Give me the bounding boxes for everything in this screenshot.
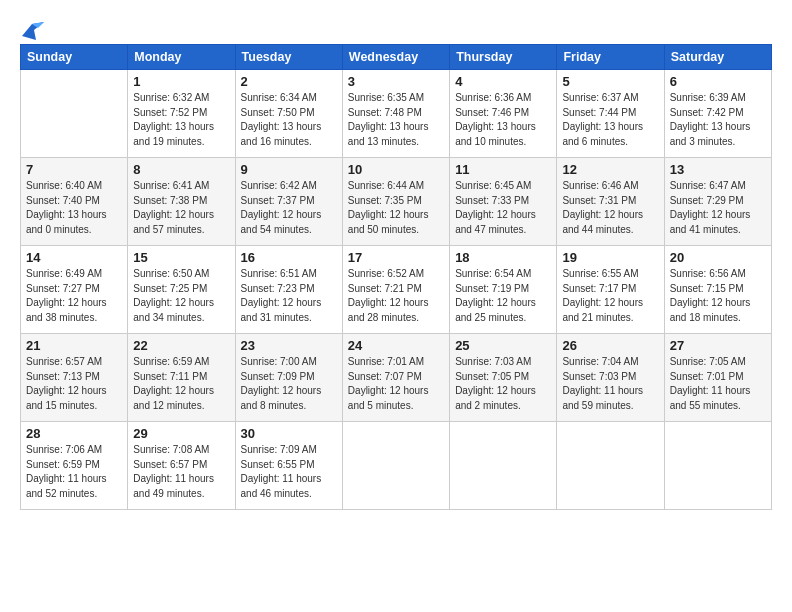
calendar-cell: 4Sunrise: 6:36 AMSunset: 7:46 PMDaylight… [450, 70, 557, 158]
day-number: 24 [348, 338, 444, 353]
day-number: 1 [133, 74, 229, 89]
weekday-header-wednesday: Wednesday [342, 45, 449, 70]
weekday-header-row: SundayMondayTuesdayWednesdayThursdayFrid… [21, 45, 772, 70]
day-number: 10 [348, 162, 444, 177]
calendar-cell [664, 422, 771, 510]
day-info: Sunrise: 6:52 AMSunset: 7:21 PMDaylight:… [348, 267, 444, 325]
calendar-cell: 21Sunrise: 6:57 AMSunset: 7:13 PMDayligh… [21, 334, 128, 422]
day-number: 28 [26, 426, 122, 441]
calendar-cell: 5Sunrise: 6:37 AMSunset: 7:44 PMDaylight… [557, 70, 664, 158]
day-number: 18 [455, 250, 551, 265]
calendar-cell: 13Sunrise: 6:47 AMSunset: 7:29 PMDayligh… [664, 158, 771, 246]
day-number: 21 [26, 338, 122, 353]
day-info: Sunrise: 6:44 AMSunset: 7:35 PMDaylight:… [348, 179, 444, 237]
day-info: Sunrise: 7:03 AMSunset: 7:05 PMDaylight:… [455, 355, 551, 413]
day-info: Sunrise: 6:59 AMSunset: 7:11 PMDaylight:… [133, 355, 229, 413]
day-number: 4 [455, 74, 551, 89]
calendar-cell: 3Sunrise: 6:35 AMSunset: 7:48 PMDaylight… [342, 70, 449, 158]
weekday-header-thursday: Thursday [450, 45, 557, 70]
header [20, 16, 772, 36]
calendar-cell: 19Sunrise: 6:55 AMSunset: 7:17 PMDayligh… [557, 246, 664, 334]
calendar-cell: 24Sunrise: 7:01 AMSunset: 7:07 PMDayligh… [342, 334, 449, 422]
day-number: 5 [562, 74, 658, 89]
week-row-3: 14Sunrise: 6:49 AMSunset: 7:27 PMDayligh… [21, 246, 772, 334]
day-info: Sunrise: 6:37 AMSunset: 7:44 PMDaylight:… [562, 91, 658, 149]
calendar-cell: 17Sunrise: 6:52 AMSunset: 7:21 PMDayligh… [342, 246, 449, 334]
day-info: Sunrise: 6:55 AMSunset: 7:17 PMDaylight:… [562, 267, 658, 325]
day-info: Sunrise: 6:36 AMSunset: 7:46 PMDaylight:… [455, 91, 551, 149]
day-info: Sunrise: 6:50 AMSunset: 7:25 PMDaylight:… [133, 267, 229, 325]
calendar-cell: 11Sunrise: 6:45 AMSunset: 7:33 PMDayligh… [450, 158, 557, 246]
day-info: Sunrise: 7:09 AMSunset: 6:55 PMDaylight:… [241, 443, 337, 501]
week-row-5: 28Sunrise: 7:06 AMSunset: 6:59 PMDayligh… [21, 422, 772, 510]
calendar-cell [21, 70, 128, 158]
calendar-cell: 30Sunrise: 7:09 AMSunset: 6:55 PMDayligh… [235, 422, 342, 510]
day-number: 12 [562, 162, 658, 177]
day-info: Sunrise: 6:57 AMSunset: 7:13 PMDaylight:… [26, 355, 122, 413]
day-number: 6 [670, 74, 766, 89]
day-number: 13 [670, 162, 766, 177]
calendar-cell: 15Sunrise: 6:50 AMSunset: 7:25 PMDayligh… [128, 246, 235, 334]
calendar-cell: 1Sunrise: 6:32 AMSunset: 7:52 PMDaylight… [128, 70, 235, 158]
calendar-cell: 25Sunrise: 7:03 AMSunset: 7:05 PMDayligh… [450, 334, 557, 422]
day-info: Sunrise: 7:08 AMSunset: 6:57 PMDaylight:… [133, 443, 229, 501]
day-number: 30 [241, 426, 337, 441]
calendar-cell: 29Sunrise: 7:08 AMSunset: 6:57 PMDayligh… [128, 422, 235, 510]
weekday-header-sunday: Sunday [21, 45, 128, 70]
day-number: 3 [348, 74, 444, 89]
day-info: Sunrise: 6:54 AMSunset: 7:19 PMDaylight:… [455, 267, 551, 325]
day-info: Sunrise: 7:05 AMSunset: 7:01 PMDaylight:… [670, 355, 766, 413]
day-number: 14 [26, 250, 122, 265]
day-number: 23 [241, 338, 337, 353]
calendar-cell: 27Sunrise: 7:05 AMSunset: 7:01 PMDayligh… [664, 334, 771, 422]
week-row-4: 21Sunrise: 6:57 AMSunset: 7:13 PMDayligh… [21, 334, 772, 422]
weekday-header-friday: Friday [557, 45, 664, 70]
day-number: 15 [133, 250, 229, 265]
calendar-cell: 20Sunrise: 6:56 AMSunset: 7:15 PMDayligh… [664, 246, 771, 334]
calendar-cell [557, 422, 664, 510]
day-number: 20 [670, 250, 766, 265]
calendar-cell: 9Sunrise: 6:42 AMSunset: 7:37 PMDaylight… [235, 158, 342, 246]
day-number: 25 [455, 338, 551, 353]
day-number: 8 [133, 162, 229, 177]
weekday-header-saturday: Saturday [664, 45, 771, 70]
day-info: Sunrise: 7:04 AMSunset: 7:03 PMDaylight:… [562, 355, 658, 413]
day-info: Sunrise: 6:39 AMSunset: 7:42 PMDaylight:… [670, 91, 766, 149]
calendar-cell: 22Sunrise: 6:59 AMSunset: 7:11 PMDayligh… [128, 334, 235, 422]
day-info: Sunrise: 6:51 AMSunset: 7:23 PMDaylight:… [241, 267, 337, 325]
week-row-1: 1Sunrise: 6:32 AMSunset: 7:52 PMDaylight… [21, 70, 772, 158]
calendar-cell: 7Sunrise: 6:40 AMSunset: 7:40 PMDaylight… [21, 158, 128, 246]
weekday-header-monday: Monday [128, 45, 235, 70]
day-number: 11 [455, 162, 551, 177]
day-info: Sunrise: 6:35 AMSunset: 7:48 PMDaylight:… [348, 91, 444, 149]
calendar-cell: 14Sunrise: 6:49 AMSunset: 7:27 PMDayligh… [21, 246, 128, 334]
calendar-cell: 8Sunrise: 6:41 AMSunset: 7:38 PMDaylight… [128, 158, 235, 246]
logo [20, 22, 44, 36]
day-info: Sunrise: 6:42 AMSunset: 7:37 PMDaylight:… [241, 179, 337, 237]
day-info: Sunrise: 6:32 AMSunset: 7:52 PMDaylight:… [133, 91, 229, 149]
calendar-cell [342, 422, 449, 510]
calendar-table: SundayMondayTuesdayWednesdayThursdayFrid… [20, 44, 772, 510]
day-number: 2 [241, 74, 337, 89]
day-number: 9 [241, 162, 337, 177]
day-info: Sunrise: 6:34 AMSunset: 7:50 PMDaylight:… [241, 91, 337, 149]
day-info: Sunrise: 6:45 AMSunset: 7:33 PMDaylight:… [455, 179, 551, 237]
calendar-cell: 23Sunrise: 7:00 AMSunset: 7:09 PMDayligh… [235, 334, 342, 422]
day-number: 19 [562, 250, 658, 265]
calendar-cell: 12Sunrise: 6:46 AMSunset: 7:31 PMDayligh… [557, 158, 664, 246]
calendar-cell: 18Sunrise: 6:54 AMSunset: 7:19 PMDayligh… [450, 246, 557, 334]
day-info: Sunrise: 6:49 AMSunset: 7:27 PMDaylight:… [26, 267, 122, 325]
day-info: Sunrise: 6:46 AMSunset: 7:31 PMDaylight:… [562, 179, 658, 237]
logo-bird-icon [22, 22, 44, 40]
calendar-cell: 26Sunrise: 7:04 AMSunset: 7:03 PMDayligh… [557, 334, 664, 422]
day-info: Sunrise: 6:47 AMSunset: 7:29 PMDaylight:… [670, 179, 766, 237]
day-info: Sunrise: 6:40 AMSunset: 7:40 PMDaylight:… [26, 179, 122, 237]
calendar-cell: 10Sunrise: 6:44 AMSunset: 7:35 PMDayligh… [342, 158, 449, 246]
calendar-cell: 28Sunrise: 7:06 AMSunset: 6:59 PMDayligh… [21, 422, 128, 510]
day-number: 17 [348, 250, 444, 265]
day-number: 29 [133, 426, 229, 441]
day-info: Sunrise: 6:41 AMSunset: 7:38 PMDaylight:… [133, 179, 229, 237]
calendar-cell: 2Sunrise: 6:34 AMSunset: 7:50 PMDaylight… [235, 70, 342, 158]
day-info: Sunrise: 6:56 AMSunset: 7:15 PMDaylight:… [670, 267, 766, 325]
day-number: 26 [562, 338, 658, 353]
